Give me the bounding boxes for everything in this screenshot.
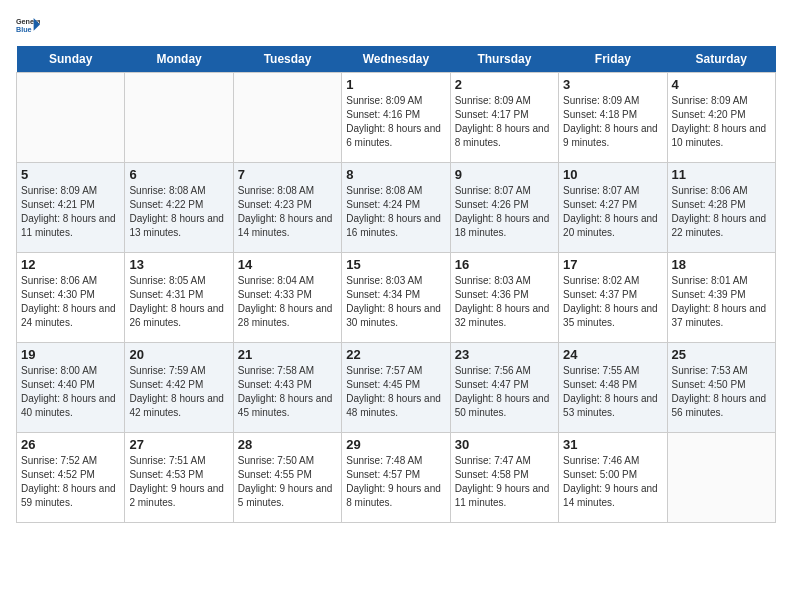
day-cell: 21Sunrise: 7:58 AMSunset: 4:43 PMDayligh… — [233, 343, 341, 433]
date-number: 17 — [563, 257, 662, 272]
day-cell: 9Sunrise: 8:07 AMSunset: 4:26 PMDaylight… — [450, 163, 558, 253]
cell-info: Sunrise: 7:50 AMSunset: 4:55 PMDaylight:… — [238, 454, 337, 510]
date-number: 11 — [672, 167, 771, 182]
day-cell: 25Sunrise: 7:53 AMSunset: 4:50 PMDayligh… — [667, 343, 775, 433]
date-number: 29 — [346, 437, 445, 452]
day-cell: 14Sunrise: 8:04 AMSunset: 4:33 PMDayligh… — [233, 253, 341, 343]
day-cell: 12Sunrise: 8:06 AMSunset: 4:30 PMDayligh… — [17, 253, 125, 343]
day-cell: 3Sunrise: 8:09 AMSunset: 4:18 PMDaylight… — [559, 73, 667, 163]
page-header: General Blue — [16, 16, 776, 36]
day-cell: 8Sunrise: 8:08 AMSunset: 4:24 PMDaylight… — [342, 163, 450, 253]
date-number: 24 — [563, 347, 662, 362]
date-number: 8 — [346, 167, 445, 182]
cell-info: Sunrise: 7:55 AMSunset: 4:48 PMDaylight:… — [563, 364, 662, 420]
day-cell: 5Sunrise: 8:09 AMSunset: 4:21 PMDaylight… — [17, 163, 125, 253]
cell-info: Sunrise: 8:07 AMSunset: 4:27 PMDaylight:… — [563, 184, 662, 240]
day-header-sunday: Sunday — [17, 46, 125, 73]
day-header-row: SundayMondayTuesdayWednesdayThursdayFrid… — [17, 46, 776, 73]
day-cell: 6Sunrise: 8:08 AMSunset: 4:22 PMDaylight… — [125, 163, 233, 253]
date-number: 23 — [455, 347, 554, 362]
cell-info: Sunrise: 8:03 AMSunset: 4:36 PMDaylight:… — [455, 274, 554, 330]
date-number: 25 — [672, 347, 771, 362]
day-cell: 30Sunrise: 7:47 AMSunset: 4:58 PMDayligh… — [450, 433, 558, 523]
date-number: 7 — [238, 167, 337, 182]
logo: General Blue — [16, 16, 40, 36]
cell-info: Sunrise: 8:09 AMSunset: 4:18 PMDaylight:… — [563, 94, 662, 150]
day-cell: 28Sunrise: 7:50 AMSunset: 4:55 PMDayligh… — [233, 433, 341, 523]
day-header-friday: Friday — [559, 46, 667, 73]
date-number: 26 — [21, 437, 120, 452]
date-number: 3 — [563, 77, 662, 92]
logo-icon: General Blue — [16, 16, 40, 36]
date-number: 5 — [21, 167, 120, 182]
cell-info: Sunrise: 8:08 AMSunset: 4:22 PMDaylight:… — [129, 184, 228, 240]
date-number: 14 — [238, 257, 337, 272]
cell-info: Sunrise: 8:03 AMSunset: 4:34 PMDaylight:… — [346, 274, 445, 330]
cell-info: Sunrise: 8:08 AMSunset: 4:23 PMDaylight:… — [238, 184, 337, 240]
date-number: 4 — [672, 77, 771, 92]
date-number: 28 — [238, 437, 337, 452]
cell-info: Sunrise: 8:06 AMSunset: 4:30 PMDaylight:… — [21, 274, 120, 330]
date-number: 9 — [455, 167, 554, 182]
cell-info: Sunrise: 8:09 AMSunset: 4:16 PMDaylight:… — [346, 94, 445, 150]
day-cell: 18Sunrise: 8:01 AMSunset: 4:39 PMDayligh… — [667, 253, 775, 343]
day-header-tuesday: Tuesday — [233, 46, 341, 73]
cell-info: Sunrise: 7:46 AMSunset: 5:00 PMDaylight:… — [563, 454, 662, 510]
cell-info: Sunrise: 8:09 AMSunset: 4:20 PMDaylight:… — [672, 94, 771, 150]
day-cell: 20Sunrise: 7:59 AMSunset: 4:42 PMDayligh… — [125, 343, 233, 433]
cell-info: Sunrise: 8:09 AMSunset: 4:21 PMDaylight:… — [21, 184, 120, 240]
cell-info: Sunrise: 8:04 AMSunset: 4:33 PMDaylight:… — [238, 274, 337, 330]
date-number: 2 — [455, 77, 554, 92]
week-row-3: 12Sunrise: 8:06 AMSunset: 4:30 PMDayligh… — [17, 253, 776, 343]
date-number: 19 — [21, 347, 120, 362]
day-cell: 26Sunrise: 7:52 AMSunset: 4:52 PMDayligh… — [17, 433, 125, 523]
date-number: 16 — [455, 257, 554, 272]
cell-info: Sunrise: 7:51 AMSunset: 4:53 PMDaylight:… — [129, 454, 228, 510]
day-cell — [125, 73, 233, 163]
week-row-5: 26Sunrise: 7:52 AMSunset: 4:52 PMDayligh… — [17, 433, 776, 523]
cell-info: Sunrise: 8:09 AMSunset: 4:17 PMDaylight:… — [455, 94, 554, 150]
week-row-1: 1Sunrise: 8:09 AMSunset: 4:16 PMDaylight… — [17, 73, 776, 163]
cell-info: Sunrise: 7:47 AMSunset: 4:58 PMDaylight:… — [455, 454, 554, 510]
day-cell: 7Sunrise: 8:08 AMSunset: 4:23 PMDaylight… — [233, 163, 341, 253]
date-number: 22 — [346, 347, 445, 362]
day-header-saturday: Saturday — [667, 46, 775, 73]
cell-info: Sunrise: 7:57 AMSunset: 4:45 PMDaylight:… — [346, 364, 445, 420]
date-number: 20 — [129, 347, 228, 362]
date-number: 12 — [21, 257, 120, 272]
day-cell: 24Sunrise: 7:55 AMSunset: 4:48 PMDayligh… — [559, 343, 667, 433]
day-cell: 17Sunrise: 8:02 AMSunset: 4:37 PMDayligh… — [559, 253, 667, 343]
day-cell — [233, 73, 341, 163]
cell-info: Sunrise: 7:52 AMSunset: 4:52 PMDaylight:… — [21, 454, 120, 510]
week-row-4: 19Sunrise: 8:00 AMSunset: 4:40 PMDayligh… — [17, 343, 776, 433]
date-number: 10 — [563, 167, 662, 182]
date-number: 27 — [129, 437, 228, 452]
day-cell — [667, 433, 775, 523]
day-cell: 15Sunrise: 8:03 AMSunset: 4:34 PMDayligh… — [342, 253, 450, 343]
cell-info: Sunrise: 7:53 AMSunset: 4:50 PMDaylight:… — [672, 364, 771, 420]
date-number: 21 — [238, 347, 337, 362]
day-header-thursday: Thursday — [450, 46, 558, 73]
week-row-2: 5Sunrise: 8:09 AMSunset: 4:21 PMDaylight… — [17, 163, 776, 253]
day-cell: 10Sunrise: 8:07 AMSunset: 4:27 PMDayligh… — [559, 163, 667, 253]
day-cell: 11Sunrise: 8:06 AMSunset: 4:28 PMDayligh… — [667, 163, 775, 253]
date-number: 31 — [563, 437, 662, 452]
cell-info: Sunrise: 8:00 AMSunset: 4:40 PMDaylight:… — [21, 364, 120, 420]
date-number: 6 — [129, 167, 228, 182]
svg-text:Blue: Blue — [16, 25, 32, 34]
day-cell: 13Sunrise: 8:05 AMSunset: 4:31 PMDayligh… — [125, 253, 233, 343]
day-header-wednesday: Wednesday — [342, 46, 450, 73]
day-cell: 22Sunrise: 7:57 AMSunset: 4:45 PMDayligh… — [342, 343, 450, 433]
cell-info: Sunrise: 7:48 AMSunset: 4:57 PMDaylight:… — [346, 454, 445, 510]
date-number: 15 — [346, 257, 445, 272]
day-cell: 31Sunrise: 7:46 AMSunset: 5:00 PMDayligh… — [559, 433, 667, 523]
cell-info: Sunrise: 8:01 AMSunset: 4:39 PMDaylight:… — [672, 274, 771, 330]
cell-info: Sunrise: 8:06 AMSunset: 4:28 PMDaylight:… — [672, 184, 771, 240]
day-cell: 4Sunrise: 8:09 AMSunset: 4:20 PMDaylight… — [667, 73, 775, 163]
day-cell — [17, 73, 125, 163]
day-cell: 1Sunrise: 8:09 AMSunset: 4:16 PMDaylight… — [342, 73, 450, 163]
cell-info: Sunrise: 8:07 AMSunset: 4:26 PMDaylight:… — [455, 184, 554, 240]
cell-info: Sunrise: 7:58 AMSunset: 4:43 PMDaylight:… — [238, 364, 337, 420]
day-cell: 16Sunrise: 8:03 AMSunset: 4:36 PMDayligh… — [450, 253, 558, 343]
day-header-monday: Monday — [125, 46, 233, 73]
